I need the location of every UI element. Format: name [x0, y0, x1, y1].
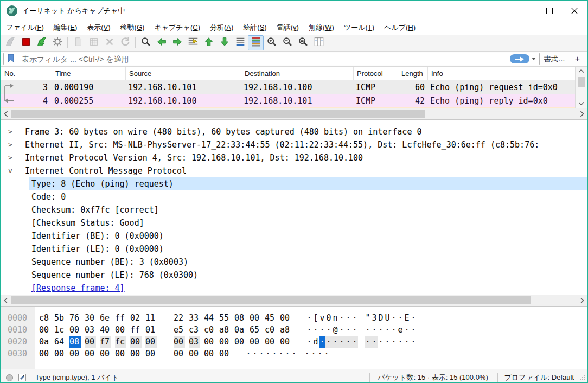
ascii-char[interactable]: ·: [397, 336, 404, 348]
ascii-char[interactable]: n: [332, 312, 338, 324]
hex-byte[interactable]: ff: [130, 324, 142, 336]
close-button[interactable]: [562, 1, 587, 21]
apply-filter-button[interactable]: [510, 54, 529, 63]
ascii-char[interactable]: ·: [371, 324, 378, 336]
column-header-time[interactable]: Time: [52, 67, 126, 80]
profile-label[interactable]: プロファイル: Default: [499, 373, 579, 382]
hex-byte[interactable]: 00: [234, 336, 246, 348]
menu-item-wireless[interactable]: 無線(W): [304, 21, 339, 34]
hex-byte[interactable]: 40: [100, 324, 111, 336]
scroll-up-arrow[interactable]: [579, 67, 584, 75]
ascii-char[interactable]: ·: [351, 336, 358, 348]
scroll-right-arrow[interactable]: [577, 111, 587, 117]
detail-field[interactable]: Checksum: 0xf7fc [correct]: [29, 203, 161, 216]
hex-byte[interactable]: 00: [130, 348, 142, 360]
collapse-arrow-icon[interactable]: v: [1, 164, 23, 177]
auto-scroll-button[interactable]: [232, 35, 248, 50]
add-filter-button[interactable]: +: [570, 54, 585, 64]
detail-field[interactable]: Frame 3: 60 bytes on wire (480 bits), 60…: [23, 125, 424, 138]
ascii-char[interactable]: ·: [304, 348, 310, 360]
ascii-char[interactable]: U: [384, 312, 391, 324]
ascii-char[interactable]: ·: [325, 324, 332, 336]
column-header-length[interactable]: Length: [398, 67, 428, 80]
hex-byte[interactable]: 44: [204, 312, 215, 324]
ascii-char[interactable]: ·: [310, 348, 317, 360]
expand-arrow-icon[interactable]: >: [1, 151, 23, 164]
minimize-button[interactable]: [512, 1, 537, 21]
ascii-char[interactable]: e: [397, 324, 404, 336]
hex-byte[interactable]: 00: [250, 312, 261, 324]
ascii-char[interactable]: ·: [306, 336, 312, 348]
menu-item-view[interactable]: 表示(V): [82, 21, 115, 34]
ascii-char[interactable]: ·: [345, 324, 351, 336]
ascii-char[interactable]: [: [312, 312, 319, 324]
hex-byte[interactable]: fc: [115, 336, 126, 348]
ascii-char[interactable]: ·: [258, 348, 265, 360]
menu-item-capture[interactable]: キャプチャ(C): [149, 21, 205, 34]
scroll-down-arrow[interactable]: [579, 99, 584, 108]
zoom-in-button[interactable]: [264, 35, 279, 50]
ascii-char[interactable]: ·: [404, 336, 410, 348]
ascii-char[interactable]: 3: [371, 312, 378, 324]
hex-byte[interactable]: 55: [219, 312, 231, 324]
ascii-char[interactable]: ·: [312, 324, 319, 336]
hex-byte[interactable]: 22: [174, 312, 185, 324]
detail-field[interactable]: Identifier (BE): 0 (0x0000): [29, 229, 166, 242]
detail-field[interactable]: Code: 0: [29, 190, 68, 203]
filter-bookmark-button[interactable]: [3, 53, 18, 65]
ascii-char[interactable]: ·: [397, 312, 404, 324]
hex-byte[interactable]: 00: [265, 336, 276, 348]
colorize-button[interactable]: [248, 35, 264, 50]
ascii-char[interactable]: ·: [365, 324, 371, 336]
hex-byte[interactable]: 08: [234, 312, 246, 324]
ascii-char[interactable]: ·: [332, 336, 338, 348]
hex-byte[interactable]: c0: [204, 324, 215, 336]
hex-byte[interactable]: 00: [204, 348, 215, 360]
hex-byte[interactable]: 00: [130, 336, 142, 348]
ascii-char[interactable]: ·: [410, 324, 417, 336]
capture-options-button[interactable]: [49, 35, 65, 50]
menu-item-telephony[interactable]: 電話(y): [272, 21, 304, 34]
expand-arrow-icon[interactable]: >: [1, 138, 23, 151]
scroll-left-arrow[interactable]: [1, 298, 11, 303]
zoom-out-button[interactable]: [279, 35, 295, 50]
hex-byte[interactable]: 6e: [100, 312, 111, 324]
hex-byte[interactable]: 00: [100, 348, 111, 360]
hex-byte[interactable]: 03: [189, 336, 200, 348]
ascii-char[interactable]: @: [332, 324, 338, 336]
hex-byte[interactable]: 00: [85, 348, 96, 360]
ascii-char[interactable]: ·: [338, 336, 345, 348]
ascii-char[interactable]: ·: [338, 312, 345, 324]
vertical-scroll-thumb[interactable]: [578, 77, 585, 87]
filter-format-button[interactable]: 書式…: [540, 54, 570, 64]
ascii-char[interactable]: ·: [351, 312, 358, 324]
ascii-char[interactable]: ·: [271, 348, 278, 360]
hex-byte[interactable]: 00: [69, 348, 81, 360]
hex-byte[interactable]: 01: [145, 324, 157, 336]
detail-horizontal-scrollbar[interactable]: [1, 295, 587, 307]
hex-byte[interactable]: 00: [219, 336, 231, 348]
display-filter-input[interactable]: [18, 54, 510, 63]
ascii-char[interactable]: ·: [319, 336, 325, 348]
hex-byte[interactable]: 30: [85, 312, 96, 324]
detail-field[interactable]: Internet Protocol Version 4, Src: 192.16…: [23, 151, 365, 164]
next-packet-button[interactable]: [169, 35, 185, 50]
hex-byte[interactable]: 00: [219, 348, 231, 360]
hex-byte[interactable]: a8: [280, 324, 291, 336]
expand-arrow-icon[interactable]: >: [1, 125, 23, 138]
hex-byte[interactable]: 64: [54, 336, 66, 348]
ascii-char[interactable]: ·: [252, 348, 258, 360]
ascii-char[interactable]: d: [312, 336, 319, 348]
column-header-destination[interactable]: Destination: [241, 67, 354, 80]
hex-byte[interactable]: 76: [69, 312, 81, 324]
ascii-char[interactable]: ·: [306, 324, 312, 336]
hex-byte[interactable]: 08: [69, 336, 81, 348]
find-packet-button[interactable]: [138, 35, 154, 50]
hex-byte[interactable]: 00: [174, 336, 185, 348]
ascii-char[interactable]: ·: [410, 312, 417, 324]
column-header-no[interactable]: No.: [1, 67, 52, 80]
ascii-char[interactable]: ·: [325, 336, 332, 348]
ascii-char[interactable]: ·: [345, 312, 351, 324]
hex-byte[interactable]: 00: [174, 348, 185, 360]
ascii-char[interactable]: ·: [278, 348, 284, 360]
